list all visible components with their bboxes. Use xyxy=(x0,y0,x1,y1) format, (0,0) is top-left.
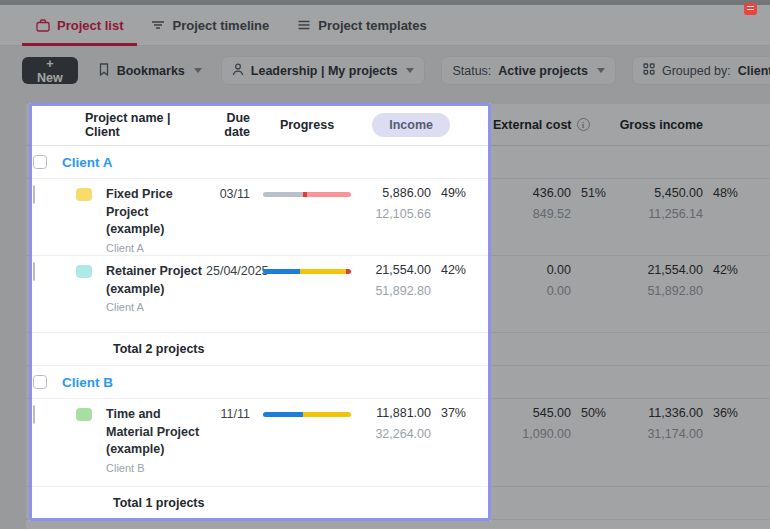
group-total-row: Total 2 projects xyxy=(26,333,770,366)
bookmarks-dropdown[interactable]: Bookmarks xyxy=(96,57,204,84)
table-header-row: Project name | Client Due date Progress … xyxy=(26,104,770,146)
tab-label: Project templates xyxy=(318,18,426,33)
project-color-swatch xyxy=(76,188,92,201)
table-row[interactable]: Time and Material Project (example) Clie… xyxy=(26,399,770,487)
gross-income-secondary-value: 51,892.80 xyxy=(606,284,703,298)
toolbar: + New Bookmarks Leadership | My projects… xyxy=(0,46,770,104)
scope-label: Leadership | My projects xyxy=(251,64,398,78)
due-date: 03/11 xyxy=(206,186,250,201)
due-date: 11/11 xyxy=(206,406,250,421)
income-percent: 42% xyxy=(431,263,466,277)
table-row[interactable]: Retainer Project (example) Client A 25/0… xyxy=(26,256,770,333)
external-cost-secondary-value: 849.52 xyxy=(466,207,571,221)
gross-income-value: 5,450.00 xyxy=(606,186,703,200)
grouped-by-dropdown[interactable]: Grouped by: Clients xyxy=(633,57,770,84)
status-label: Status: xyxy=(452,64,491,78)
external-cost-value: 0.00 xyxy=(466,263,571,277)
project-name-link[interactable]: Time and Material Project (example) xyxy=(106,406,206,459)
gross-income-cell: 11,336.00 31,174.00 xyxy=(606,406,703,441)
gross-income-value: 21,554.00 xyxy=(606,263,703,277)
external-cost-label: External cost xyxy=(493,118,572,132)
income-secondary-value: 12,105.66 xyxy=(351,207,431,221)
income-percent: 37% xyxy=(431,406,466,420)
gross-income-percent: 36% xyxy=(703,406,738,420)
income-cell: 5,886.00 12,105.66 xyxy=(351,186,431,221)
external-cost-cell: 545.00 1,090.00 xyxy=(466,406,571,441)
red-app-icon[interactable] xyxy=(744,3,757,15)
scope-dropdown[interactable]: Leadership | My projects xyxy=(222,57,425,84)
group-total-row: Total 1 projects xyxy=(26,487,770,520)
tab-bar: Project list Project timeline Project te… xyxy=(0,5,770,46)
tab-project-timeline[interactable]: Project timeline xyxy=(137,5,283,45)
external-cost-cell: 0.00 0.00 xyxy=(466,263,571,298)
chevron-down-icon xyxy=(194,68,202,73)
table-row[interactable]: Fixed Price Project (example) Client A 0… xyxy=(26,179,770,256)
income-value: 21,554.00 xyxy=(351,263,431,277)
column-header-gross-income[interactable]: Gross income xyxy=(606,118,738,132)
tab-label: Project list xyxy=(57,18,123,33)
project-color-swatch xyxy=(76,408,92,421)
income-value: 5,886.00 xyxy=(351,186,431,200)
gross-income-secondary-value: 11,256.14 xyxy=(606,207,703,221)
status-value: Active projects xyxy=(498,64,588,78)
group-total-label: Total 2 projects xyxy=(113,342,204,356)
progress-bar xyxy=(263,269,351,274)
column-header-project-name[interactable]: Project name | Client xyxy=(26,111,206,139)
project-name-link[interactable]: Retainer Project (example) xyxy=(106,263,206,298)
list-lines-icon xyxy=(297,19,311,31)
bookmark-icon xyxy=(98,63,110,79)
chevron-down-icon xyxy=(406,68,414,73)
tab-project-templates[interactable]: Project templates xyxy=(283,5,440,45)
row-checkbox[interactable] xyxy=(33,185,35,204)
progress-bar xyxy=(263,192,351,197)
briefcase-icon xyxy=(36,19,50,32)
group-total-label: Total 1 projects xyxy=(113,496,204,510)
row-checkbox[interactable] xyxy=(33,262,35,281)
external-cost-percent: 51% xyxy=(571,186,606,200)
income-secondary-value: 32,264.00 xyxy=(351,427,431,441)
column-header-progress[interactable]: Progress xyxy=(263,118,351,132)
group-row-client-b: Client B xyxy=(26,366,770,399)
grid-icon xyxy=(643,63,655,78)
income-cell: 11,881.00 32,264.00 xyxy=(351,406,431,441)
info-icon[interactable]: i xyxy=(577,118,590,131)
project-color-swatch xyxy=(76,265,92,278)
chevron-down-icon xyxy=(597,68,605,73)
project-client-label: Client A xyxy=(106,301,206,314)
external-cost-secondary-value: 1,090.00 xyxy=(466,427,571,441)
gross-income-value: 11,336.00 xyxy=(606,406,703,420)
row-checkbox[interactable] xyxy=(33,405,35,424)
project-table: Project name | Client Due date Progress … xyxy=(26,104,770,529)
project-client-label: Client B xyxy=(106,462,206,475)
grouped-by-value: Clients xyxy=(738,64,770,78)
progress-bar xyxy=(263,412,351,417)
external-cost-value: 436.00 xyxy=(466,186,571,200)
income-cell: 21,554.00 51,892.80 xyxy=(351,263,431,298)
bookmarks-label: Bookmarks xyxy=(117,64,185,78)
income-metric-pill[interactable]: Income xyxy=(372,113,450,137)
timeline-lines-icon xyxy=(151,19,165,31)
gross-income-percent: 48% xyxy=(703,186,738,200)
group-row-client-a: Client A xyxy=(26,146,770,179)
tab-project-list[interactable]: Project list xyxy=(22,5,137,45)
external-cost-value: 545.00 xyxy=(466,406,571,420)
column-header-external-cost[interactable]: External cost i xyxy=(466,118,606,132)
gross-income-percent: 42% xyxy=(703,263,738,277)
income-value: 11,881.00 xyxy=(351,406,431,420)
due-date: 25/04/2025 xyxy=(206,263,250,278)
income-secondary-value: 51,892.80 xyxy=(351,284,431,298)
gross-income-cell: 21,554.00 51,892.80 xyxy=(606,263,703,298)
status-dropdown[interactable]: Status: Active projects xyxy=(442,57,615,84)
app-window: Project list Project timeline Project te… xyxy=(0,0,770,529)
income-percent: 49% xyxy=(431,186,466,200)
column-header-due-date[interactable]: Due date xyxy=(206,111,250,139)
client-link[interactable]: Client A xyxy=(62,155,113,170)
grouped-by-label: Grouped by: xyxy=(662,64,731,78)
new-button[interactable]: + New xyxy=(22,57,78,84)
project-name-link[interactable]: Fixed Price Project (example) xyxy=(106,186,206,239)
gross-income-cell: 5,450.00 11,256.14 xyxy=(606,186,703,221)
gross-income-secondary-value: 31,174.00 xyxy=(606,427,703,441)
group-checkbox[interactable] xyxy=(33,155,47,169)
group-checkbox[interactable] xyxy=(33,375,47,389)
client-link[interactable]: Client B xyxy=(62,375,113,390)
